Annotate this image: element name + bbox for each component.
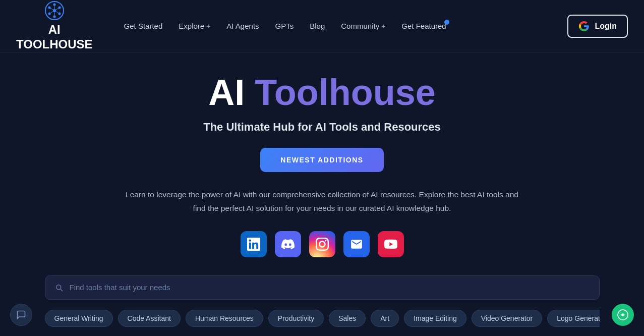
hero-description: Learn to leverage the power of AI with o… [126,188,519,215]
social-icons-row [241,231,404,257]
search-section: General WritingCode AssitantHuman Resour… [35,275,610,329]
navbar: AI TOOLHOUSE Get Started Explore + AI Ag… [0,0,644,52]
hero-section: AI Toolhouse The Ultimate Hub for AI Too… [0,52,644,336]
tag-item[interactable]: Human Resources [186,310,263,327]
tag-item[interactable]: Video Generator [472,310,542,327]
tag-item[interactable]: Productivity [268,310,324,327]
search-icon [54,283,64,292]
explore-plus-icon: + [206,22,210,30]
login-button[interactable]: Login [567,15,628,38]
nav-ai-agents[interactable]: AI Agents [219,18,266,34]
svg-point-15 [622,314,624,316]
svg-line-11 [54,11,60,14]
search-input[interactable] [70,283,590,292]
search-bar [45,275,600,300]
youtube-icon[interactable] [378,231,404,257]
tag-item[interactable]: Art [371,310,399,327]
nav-community[interactable]: Community + [334,18,392,34]
tag-item[interactable]: Image Editing [404,310,466,327]
mail-icon[interactable] [343,231,370,257]
chatgpt-widget[interactable] [612,304,634,326]
tag-item[interactable]: General Writing [45,310,113,327]
google-icon [578,21,590,32]
svg-line-8 [49,8,54,11]
tag-item[interactable]: Code Assitant [118,310,181,327]
nav-get-featured[interactable]: Get Featured [394,18,453,34]
tag-item[interactable]: Logo Generator [547,310,599,327]
linkedin-icon[interactable] [241,231,267,257]
nav-get-started[interactable]: Get Started [117,18,170,34]
hero-subtitle: The Ultimate Hub for AI Tools and Resour… [203,121,441,134]
logo[interactable]: AI TOOLHOUSE [16,1,93,52]
nav-links: Get Started Explore + AI Agents GPTs Blo… [117,18,568,34]
discord-icon[interactable] [275,231,301,257]
instagram-icon[interactable] [309,231,335,257]
svg-line-10 [49,11,54,14]
nav-explore[interactable]: Explore + [171,18,217,34]
tag-item[interactable]: Sales [329,310,366,327]
logo-text: AI TOOLHOUSE [16,23,93,52]
chat-widget[interactable] [10,304,32,326]
tags-row: General WritingCode AssitantHuman Resour… [45,310,600,329]
chat-icon [16,310,26,320]
community-plus-icon: + [381,22,385,30]
chatgpt-icon [617,309,629,321]
get-featured-dot [444,20,449,25]
nav-gpts[interactable]: GPTs [268,18,301,34]
nav-blog[interactable]: Blog [303,18,332,34]
svg-line-9 [54,8,60,11]
hero-title: AI Toolhouse [208,73,436,113]
newest-additions-button[interactable]: NEWEST ADDITIONS [260,148,383,172]
